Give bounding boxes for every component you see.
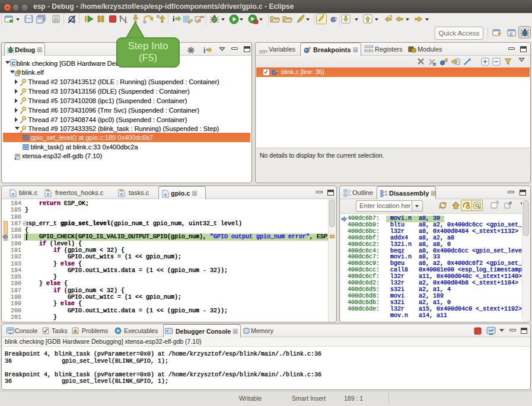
- svg-text:c: c: [164, 192, 167, 197]
- svg-text:C: C: [509, 31, 513, 37]
- svg-text:000: 000: [53, 19, 59, 23]
- svg-text:c: c: [47, 191, 49, 197]
- svg-text:c: c: [12, 191, 14, 197]
- svg-text:c: c: [120, 191, 123, 197]
- svg-text:i: i: [203, 46, 206, 55]
- svg-text:?: ?: [18, 71, 20, 74]
- svg-text:i: i: [173, 15, 175, 23]
- svg-text:C: C: [11, 60, 15, 66]
